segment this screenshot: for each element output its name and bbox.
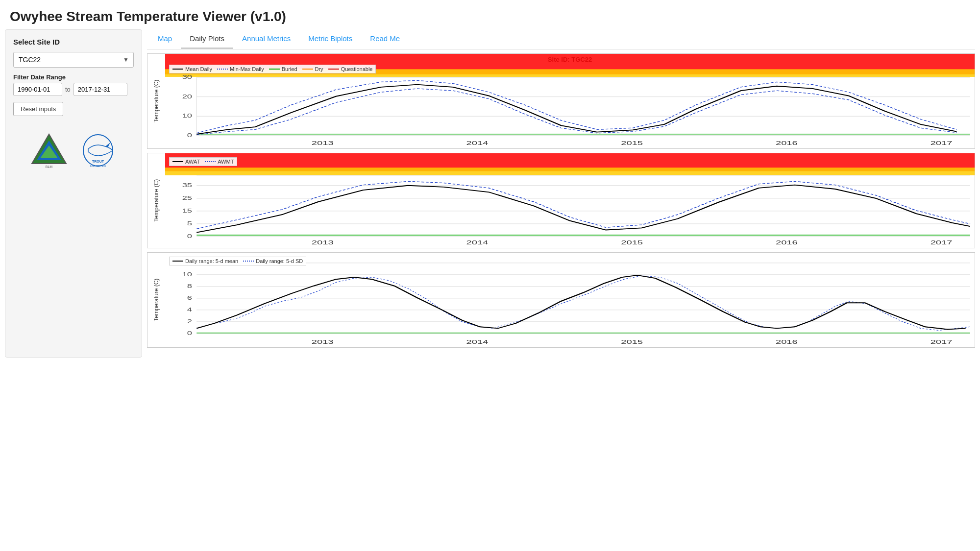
svg-text:2016: 2016 [776, 338, 798, 345]
legend-5d-mean: Daily range: 5-d mean [172, 258, 238, 264]
chart1-legend: Mean Daily Min-Max Daily Buried Dry [169, 65, 376, 73]
svg-text:8: 8 [187, 283, 192, 289]
chart2-inner: AWAT AWMT [165, 153, 975, 248]
tu-logo: TROUT UNLIMITED [78, 132, 118, 171]
legend-awat: AWAT [172, 159, 200, 165]
tab-daily-plots[interactable]: Daily Plots [181, 29, 233, 49]
dry-line-icon [302, 69, 313, 70]
legend-buried: Buried [269, 66, 297, 72]
chart3-yaxis-label: Temperature (C) [147, 253, 165, 347]
svg-text:2013: 2013 [312, 239, 334, 245]
svg-text:2017: 2017 [931, 140, 953, 146]
svg-text:20: 20 [182, 94, 192, 99]
svg-text:4: 4 [187, 307, 192, 312]
svg-text:2015: 2015 [621, 140, 643, 146]
svg-rect-27 [165, 175, 975, 237]
svg-text:10: 10 [182, 113, 192, 119]
chart2-legend: AWAT AWMT [169, 157, 237, 166]
content-area: Map Daily Plots Annual Metrics Metric Bi… [147, 29, 975, 358]
legend-min-max: Min-Max Daily [217, 66, 264, 72]
svg-text:0: 0 [187, 132, 192, 138]
svg-text:2016: 2016 [776, 140, 798, 146]
svg-text:35: 35 [182, 182, 192, 188]
reset-btn-wrapper: Reset inputs [13, 102, 134, 116]
svg-text:UNLIMITED: UNLIMITED [90, 165, 106, 168]
chart1-inner: Site ID: TGC22 Mean Daily Min-Max Daily [165, 54, 975, 148]
svg-text:5: 5 [187, 220, 192, 226]
sidebar: Select Site ID TGC22 ▼ Filter Date Range… [5, 29, 142, 358]
legend-mean-daily: Mean Daily [172, 66, 212, 72]
chart3-svg: 0 2 4 6 8 10 2013 201 [165, 253, 975, 347]
chart3-legend: Daily range: 5-d mean Daily range: 5-d S… [169, 257, 306, 265]
awat-line-icon [172, 161, 183, 162]
date-to-input[interactable] [74, 83, 127, 96]
chart2-svg: 0 5 15 25 35 2013 2014 [165, 153, 975, 248]
svg-text:2015: 2015 [621, 338, 643, 345]
min-max-line-icon [217, 69, 228, 70]
svg-text:BLM: BLM [46, 165, 53, 168]
chart3-container: Temperature (C) Daily range: 5-d mean Da… [147, 252, 975, 348]
svg-text:15: 15 [182, 208, 192, 214]
reset-button[interactable]: Reset inputs [13, 102, 63, 116]
svg-text:25: 25 [182, 195, 192, 201]
5d-mean-line-icon [172, 261, 183, 262]
tabs-row: Map Daily Plots Annual Metrics Metric Bi… [147, 29, 975, 49]
site-select[interactable]: TGC22 [13, 52, 134, 68]
app-title: Owyhee Stream Temperature Viewer (v1.0) [0, 0, 980, 29]
chart2-container: Temperature (C) AWAT AWMT [147, 153, 975, 248]
svg-text:0: 0 [187, 330, 192, 336]
svg-text:2016: 2016 [776, 239, 798, 245]
chart3-inner: Daily range: 5-d mean Daily range: 5-d S… [165, 253, 975, 347]
mean-daily-line-icon [172, 69, 183, 70]
svg-text:2017: 2017 [931, 338, 953, 345]
svg-text:6: 6 [187, 295, 192, 301]
legend-awmt: AWMT [205, 159, 234, 165]
svg-text:2015: 2015 [621, 239, 643, 245]
filter-label: Filter Date Range [13, 73, 134, 81]
legend-5d-sd: Daily range: 5-d SD [243, 258, 303, 264]
svg-text:2017: 2017 [931, 239, 953, 245]
chart2-yaxis-label: Temperature (C) [147, 153, 165, 248]
svg-text:2014: 2014 [466, 140, 488, 146]
5d-sd-line-icon [243, 261, 254, 262]
logos-row: BLM TROUT UNLIMITED [13, 132, 134, 171]
to-label: to [65, 86, 71, 93]
svg-text:2013: 2013 [312, 140, 334, 146]
svg-text:2: 2 [187, 318, 192, 324]
svg-text:10: 10 [182, 271, 192, 277]
tab-metric-biplots[interactable]: Metric Biplots [299, 29, 361, 49]
filter-section: Filter Date Range to [13, 73, 134, 96]
legend-questionable: Questionable [328, 66, 373, 72]
awmt-line-icon [205, 161, 216, 162]
svg-text:0: 0 [187, 233, 192, 239]
legend-dry: Dry [302, 66, 323, 72]
svg-text:2014: 2014 [466, 338, 488, 345]
date-from-input[interactable] [13, 83, 62, 96]
blm-logo: BLM [29, 132, 69, 171]
chart1-container: Temperature (C) Site ID: TGC22 Mean Dail… [147, 53, 975, 149]
tab-annual-metrics[interactable]: Annual Metrics [233, 29, 299, 49]
site-select-wrapper: TGC22 ▼ [13, 52, 134, 68]
charts-area: Temperature (C) Site ID: TGC22 Mean Dail… [147, 53, 975, 358]
svg-text:30: 30 [182, 74, 192, 80]
svg-text:2014: 2014 [466, 239, 488, 245]
svg-text:2013: 2013 [312, 338, 334, 345]
chart1-yaxis-label: Temperature (C) [147, 54, 165, 148]
buried-line-icon [269, 69, 280, 70]
svg-text:TROUT: TROUT [92, 160, 104, 163]
questionable-line-icon [328, 69, 339, 70]
tab-map[interactable]: Map [149, 29, 181, 49]
site-id-label: Select Site ID [13, 38, 134, 46]
tab-read-me[interactable]: Read Me [361, 29, 409, 49]
date-range-row: to [13, 83, 134, 96]
